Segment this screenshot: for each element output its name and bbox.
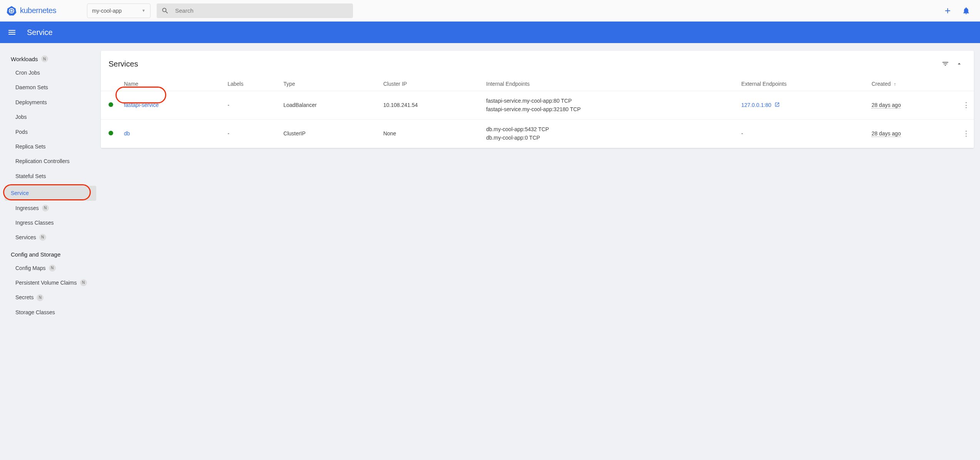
sidebar-section-label: Service [11, 189, 29, 197]
cell-type: LoadBalancer [280, 91, 380, 120]
cell-type: ClusterIP [280, 119, 380, 148]
sidebar-item-pods[interactable]: Pods [0, 125, 101, 139]
plus-icon [943, 7, 952, 15]
col-internal-ep[interactable]: Internal Endpoints [483, 77, 738, 91]
namespace-selector[interactable]: my-cool-app ▼ [87, 3, 151, 18]
chevron-down-icon: ▼ [142, 8, 145, 13]
search-box[interactable] [157, 3, 353, 18]
cell-labels: - [224, 119, 280, 148]
service-name-link[interactable]: db [124, 130, 130, 137]
cell-external-ep: - [738, 119, 868, 148]
badge-n: N [41, 55, 48, 62]
top-header: kubernetes my-cool-app ▼ [0, 0, 980, 22]
sidebar-item-deployments[interactable]: Deployments [0, 95, 101, 110]
sidebar-item-replication-controllers[interactable]: Replication Controllers [0, 154, 101, 168]
card-title: Services [109, 60, 938, 68]
row-actions-button[interactable]: ⋮ [963, 130, 970, 137]
namespace-value: my-cool-app [92, 8, 122, 14]
cell-cluster-ip: None [380, 119, 483, 148]
hamburger-icon [7, 28, 17, 37]
sidebar-item-services[interactable]: Services N [0, 230, 101, 245]
col-external-ep[interactable]: External Endpoints [738, 77, 868, 91]
open-in-new-icon [774, 102, 780, 107]
cell-labels: - [224, 91, 280, 120]
sidebar-item-ingresses[interactable]: Ingresses N [0, 201, 101, 215]
chevron-up-icon [956, 60, 963, 67]
action-bar: Service [0, 22, 980, 43]
badge-n: N [80, 279, 87, 286]
brand-text: kubernetes [20, 6, 56, 15]
sidebar-item-ingress-classes[interactable]: Ingress Classes [0, 215, 101, 230]
main-content: Services Name Labels [101, 43, 980, 329]
search-icon [161, 7, 169, 15]
status-dot-running [109, 102, 113, 107]
page-title: Service [27, 28, 53, 37]
cell-internal-ep: db.my-cool-app:5432 TCP db.my-cool-app:0… [483, 119, 738, 148]
row-actions-button[interactable]: ⋮ [963, 101, 970, 109]
table-row: fastapi-service - LoadBalancer 10.108.24… [101, 91, 974, 120]
menu-toggle-button[interactable] [6, 27, 18, 38]
brand-logo[interactable]: kubernetes [6, 5, 56, 16]
cell-created: 28 days ago [868, 91, 958, 120]
external-endpoint-link[interactable]: 127.0.0.1:80 [741, 102, 771, 108]
notifications-button[interactable] [958, 3, 974, 18]
filter-button[interactable] [938, 57, 952, 71]
search-input[interactable] [175, 7, 348, 14]
badge-n: N [39, 234, 46, 241]
sidebar-section-service[interactable]: Service [5, 186, 96, 200]
sidebar-section-config-storage[interactable]: Config and Storage [0, 248, 101, 261]
cell-created: 28 days ago [868, 119, 958, 148]
bell-icon [962, 7, 970, 15]
col-created[interactable]: Created ↑ [868, 77, 958, 91]
sort-asc-icon: ↑ [894, 82, 896, 87]
sidebar-item-daemon-sets[interactable]: Daemon Sets [0, 80, 101, 95]
filter-icon [942, 60, 949, 68]
services-card: Services Name Labels [101, 51, 974, 148]
card-header: Services [101, 51, 974, 77]
col-type[interactable]: Type [280, 77, 380, 91]
sidebar-item-stateful-sets[interactable]: Stateful Sets [0, 169, 101, 183]
sidebar-item-jobs[interactable]: Jobs [0, 110, 101, 124]
sidebar-item-storage-classes[interactable]: Storage Classes [0, 305, 101, 320]
sidebar-item-replica-sets[interactable]: Replica Sets [0, 139, 101, 154]
sidebar-item-cron-jobs[interactable]: Cron Jobs [0, 65, 101, 80]
badge-n: N [42, 205, 49, 212]
sidebar-item-secrets[interactable]: Secrets N [0, 290, 101, 305]
sidebar-section-label: Config and Storage [11, 251, 60, 258]
badge-n: N [37, 294, 43, 301]
cell-external-ep: 127.0.0.1:80 [738, 91, 868, 120]
sidebar-item-pvc[interactable]: Persistent Volume Claims N [0, 275, 101, 290]
cell-internal-ep: fastapi-service.my-cool-app:80 TCP fasta… [483, 91, 738, 120]
table-row: db - ClusterIP None db.my-cool-app:5432 … [101, 119, 974, 148]
kubernetes-icon [6, 5, 17, 16]
col-cluster-ip[interactable]: Cluster IP [380, 77, 483, 91]
table-header-row: Name Labels Type Cluster IP Internal End… [101, 77, 974, 91]
col-name[interactable]: Name [121, 77, 224, 91]
sidebar-section-label: Workloads [11, 56, 38, 62]
services-table: Name Labels Type Cluster IP Internal End… [101, 77, 974, 148]
sidebar-item-config-maps[interactable]: Config Maps N [0, 261, 101, 275]
cell-cluster-ip: 10.108.241.54 [380, 91, 483, 120]
status-dot-running [109, 131, 113, 135]
service-name-link[interactable]: fastapi-service [124, 102, 159, 108]
sidebar: Workloads N Cron Jobs Daemon Sets Deploy… [0, 43, 101, 329]
col-labels[interactable]: Labels [224, 77, 280, 91]
badge-n: N [49, 265, 56, 272]
create-button[interactable] [940, 3, 955, 18]
sidebar-section-workloads[interactable]: Workloads N [0, 52, 101, 65]
collapse-button[interactable] [952, 57, 966, 71]
